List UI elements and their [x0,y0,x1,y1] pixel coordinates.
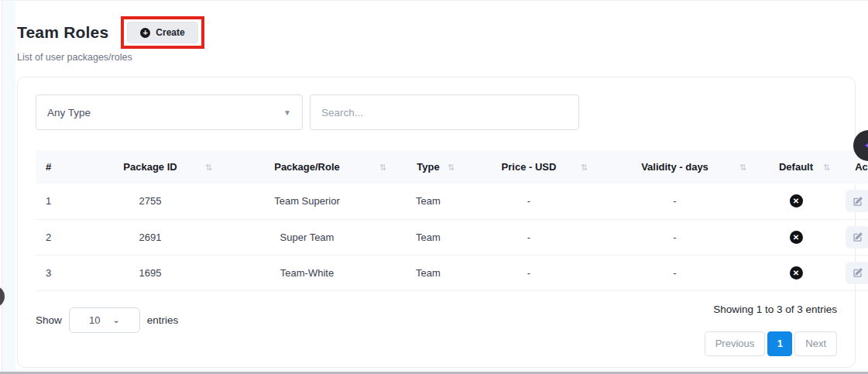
cell-package-role: Team-White [220,255,394,290]
sort-icon[interactable]: ⇅ [739,162,746,172]
sort-icon[interactable]: ⇅ [205,162,212,172]
page-header: Team Roles + Create [17,16,204,49]
pagination-next-button[interactable]: Next [794,331,837,356]
page-left-gutter [2,1,15,372]
sort-icon[interactable]: ⇅ [823,162,830,172]
roles-card: Any Type ▼ # Package ID⇅ Package/Role⇅ T… [17,77,856,368]
cell-price: - [462,219,595,255]
cell-price: - [462,184,595,219]
col-validity: Validity - days⇅ [595,150,754,184]
create-button[interactable]: + Create [127,22,197,43]
table-footer: Show 10 ⌄ entries Showing 1 to 3 of 3 en… [36,304,837,356]
cell-actions [838,255,868,290]
entries-per-page-select[interactable]: 10 ⌄ [69,307,140,333]
roles-table: # Package ID⇅ Package/Role⇅ Type⇅ Price … [36,150,868,291]
cell-type: Team [394,219,462,255]
cell-actions [838,219,868,255]
page-subtitle: List of user packages/roles [17,52,132,63]
caret-down-icon: ▼ [283,108,291,117]
col-package-id: Package ID⇅ [81,150,220,184]
table-row: 3 1695 Team-White Team - - ✕ [36,255,868,290]
cell-index: 1 [36,184,81,219]
col-type: Type⇅ [394,150,462,184]
cell-actions [838,184,868,219]
cell-validity: - [595,219,754,255]
edit-icon [853,267,863,278]
cell-default: ✕ [754,184,838,219]
sort-icon[interactable]: ⇅ [448,162,455,172]
footer-right: Showing 1 to 3 of 3 entries Previous 1 N… [705,304,837,356]
col-default: Default⇅ [754,150,838,184]
pagination-page-1-button[interactable]: 1 [767,331,792,356]
cell-index: 3 [36,255,81,290]
cell-package-id: 2755 [81,184,220,219]
table-header-row: # Package ID⇅ Package/Role⇅ Type⇅ Price … [36,150,868,184]
table-row: 1 2755 Team Superior Team - - ✕ [36,184,868,219]
cell-default: ✕ [754,219,838,255]
cell-default: ✕ [754,255,838,290]
times-circle-icon: ✕ [790,194,803,208]
times-circle-icon: ✕ [790,266,803,280]
filters-bar: Any Type ▼ [36,94,837,130]
times-circle-icon: ✕ [790,231,803,244]
cell-validity: - [595,184,754,219]
show-entries-control: Show 10 ⌄ entries [36,307,178,333]
edit-button[interactable] [846,226,868,249]
edit-button[interactable] [846,262,868,284]
edit-button[interactable] [846,190,868,212]
col-index: # [36,150,81,184]
cell-package-role: Team Superior [220,184,394,219]
type-filter-value: Any Type [47,107,91,118]
page-title: Team Roles [17,23,108,42]
sort-icon[interactable]: ⇅ [581,162,588,172]
cell-type: Team [394,184,462,219]
cell-price: - [462,255,595,290]
create-button-label: Create [156,27,184,38]
entries-select-value: 10 [89,314,100,326]
entries-summary: Showing 1 to 3 of 3 entries [713,304,837,315]
cell-package-id: 1695 [81,255,220,290]
search-input[interactable] [310,94,579,130]
col-price: Price - USD⇅ [462,150,595,184]
show-label: Show [36,314,62,326]
table-row: 2 2691 Super Team Team - - ✕ [36,219,868,255]
col-package-role: Package/Role⇅ [220,150,394,184]
cell-validity: - [595,255,754,290]
edit-icon [853,232,863,242]
type-filter-select[interactable]: Any Type ▼ [36,94,303,130]
sort-icon[interactable]: ⇅ [379,162,386,172]
cell-package-role: Super Team [220,219,394,255]
edit-icon [853,196,863,207]
cell-index: 2 [36,219,81,255]
annotation-highlight-box: + Create [121,16,204,49]
pagination: Previous 1 Next [705,331,837,356]
cell-package-id: 2691 [81,219,220,255]
entries-label: entries [147,314,179,326]
cell-type: Team [394,255,462,290]
sparkle-icon: ✦ [863,138,868,154]
chevron-down-icon: ⌄ [112,317,119,323]
pagination-previous-button[interactable]: Previous [705,331,766,356]
plus-circle-icon: + [140,28,150,38]
